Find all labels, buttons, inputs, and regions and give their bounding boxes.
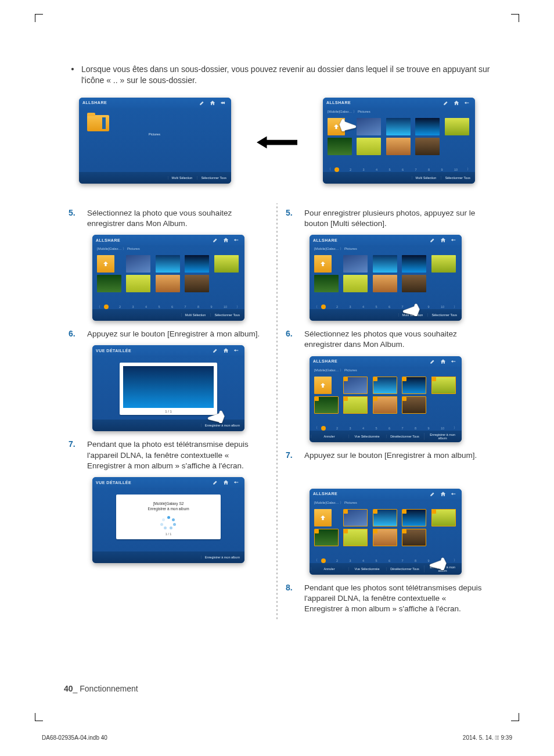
up-folder-button[interactable] bbox=[314, 377, 332, 394]
detail-photo[interactable] bbox=[123, 366, 214, 408]
thumbnail-selected[interactable] bbox=[431, 377, 456, 394]
home-icon[interactable] bbox=[438, 490, 448, 497]
save-album-button[interactable]: Enregistrer à mon album bbox=[424, 433, 461, 440]
step: 7. Pendant que la photo est télétransmis… bbox=[69, 439, 268, 471]
pager: 〈2345678910〉 bbox=[96, 304, 241, 309]
save-album-button[interactable]: Enregistrer à mon album bbox=[201, 424, 243, 427]
thumbnail[interactable] bbox=[214, 255, 239, 273]
thumbnail-selected[interactable] bbox=[343, 377, 368, 394]
select-all-button[interactable]: Sélectionner Tous bbox=[210, 313, 243, 317]
thumbnail-selected[interactable] bbox=[314, 396, 339, 414]
cancel-button[interactable]: Annuler bbox=[311, 435, 347, 438]
save-album-button[interactable]: Enregistrer à mon album bbox=[201, 556, 243, 559]
thumbnail[interactable] bbox=[97, 275, 121, 292]
select-all-button[interactable]: Sélectionner Tous bbox=[427, 313, 461, 317]
thumbnail[interactable] bbox=[431, 255, 456, 273]
slug-date: 2014. 5. 14.    9:39 bbox=[463, 734, 512, 741]
back-icon[interactable] bbox=[232, 237, 241, 243]
thumbnail[interactable] bbox=[415, 118, 440, 135]
thumbnail-selected[interactable] bbox=[373, 396, 397, 414]
thumbnail[interactable] bbox=[156, 255, 180, 273]
thumbnail[interactable] bbox=[386, 118, 411, 135]
breadcrumb: [Mobile]Galax… 〉 Pictures bbox=[92, 245, 244, 253]
pager-prev[interactable]: 〈 bbox=[326, 167, 332, 171]
home-icon[interactable] bbox=[221, 347, 231, 354]
thumbnail-selected[interactable] bbox=[431, 509, 456, 526]
thumbnail-selected[interactable] bbox=[373, 377, 397, 394]
thumbnail[interactable] bbox=[386, 138, 411, 155]
thumbnail-selected[interactable] bbox=[373, 529, 397, 546]
cancel-button[interactable]: Annuler bbox=[311, 567, 347, 571]
thumbnail[interactable] bbox=[402, 275, 426, 292]
folder-area: Pictures bbox=[79, 108, 231, 139]
thumbnail[interactable] bbox=[373, 255, 397, 273]
deselect-all-button[interactable]: Désélectionner Tous bbox=[386, 567, 423, 571]
thumbnail[interactable] bbox=[402, 255, 426, 273]
thumbnail-selected[interactable] bbox=[343, 509, 368, 526]
back-icon[interactable] bbox=[232, 479, 241, 486]
multi-selection-button[interactable]: Multi Sélection bbox=[168, 176, 196, 180]
home-icon[interactable] bbox=[208, 99, 217, 106]
footer-bar: Multi Sélection Sélectionner Tous bbox=[323, 172, 475, 184]
thumbnail[interactable] bbox=[445, 118, 469, 135]
back-icon[interactable] bbox=[449, 358, 458, 365]
step: 6. Appuyez sur le bouton [Enregistrer à … bbox=[69, 329, 268, 339]
thumbnail[interactable] bbox=[126, 275, 150, 292]
thumbnail[interactable] bbox=[415, 138, 440, 155]
hand-pointer-icon bbox=[429, 557, 447, 570]
thumbnail[interactable] bbox=[343, 255, 368, 273]
edit-icon[interactable] bbox=[441, 99, 451, 106]
view-selected-button[interactable]: Vue Sélectionnée bbox=[348, 567, 385, 571]
multi-selection-button[interactable]: Multi Sélection bbox=[181, 313, 210, 317]
edit-icon[interactable] bbox=[428, 358, 437, 365]
thumbnail[interactable] bbox=[185, 275, 209, 292]
home-icon[interactable] bbox=[221, 479, 231, 486]
thumbnail[interactable] bbox=[185, 255, 209, 273]
thumbnail-selected[interactable] bbox=[402, 509, 426, 526]
up-folder-button[interactable] bbox=[314, 509, 332, 526]
edit-icon[interactable] bbox=[428, 490, 437, 497]
up-folder-button[interactable] bbox=[314, 255, 332, 273]
crop-mark bbox=[35, 713, 43, 721]
thumbnail-selected[interactable] bbox=[402, 396, 426, 414]
back-icon[interactable] bbox=[449, 490, 458, 497]
back-icon[interactable] bbox=[449, 237, 458, 243]
back-icon[interactable] bbox=[232, 347, 241, 354]
back-icon[interactable] bbox=[218, 99, 228, 106]
deselect-all-button[interactable]: Désélectionner Tous bbox=[386, 435, 423, 438]
view-selected-button[interactable]: Vue Sélectionnée bbox=[348, 435, 385, 438]
thumbnail-selected[interactable] bbox=[402, 377, 426, 394]
loading-spinner-icon bbox=[161, 516, 175, 530]
step-number: 6. bbox=[286, 329, 304, 350]
thumbnail-selected[interactable] bbox=[373, 509, 397, 526]
up-folder-button[interactable] bbox=[97, 255, 114, 273]
thumbnail[interactable] bbox=[156, 275, 180, 292]
edit-icon[interactable] bbox=[197, 99, 207, 106]
thumbnail-selected[interactable] bbox=[314, 529, 339, 546]
select-all-button[interactable]: Sélectionner Tous bbox=[441, 176, 474, 180]
home-icon[interactable] bbox=[221, 237, 231, 243]
home-icon[interactable] bbox=[438, 358, 448, 365]
thumbnail[interactable] bbox=[357, 138, 381, 155]
thumbnail[interactable] bbox=[343, 275, 368, 292]
edit-icon[interactable] bbox=[211, 237, 220, 243]
thumbnail-selected[interactable] bbox=[402, 529, 426, 546]
edit-icon[interactable] bbox=[428, 237, 437, 243]
home-icon[interactable] bbox=[452, 99, 461, 106]
select-all-button[interactable]: Sélectionner Tous bbox=[197, 176, 230, 180]
pager-next[interactable]: 〉 bbox=[466, 167, 472, 171]
thumbnail[interactable] bbox=[328, 138, 352, 155]
thumbnail[interactable] bbox=[373, 275, 397, 292]
back-icon[interactable] bbox=[462, 99, 472, 106]
edit-icon[interactable] bbox=[211, 347, 220, 354]
folder-icon[interactable] bbox=[87, 115, 109, 131]
thumbnail-selected[interactable] bbox=[343, 529, 368, 546]
crop-mark bbox=[511, 14, 519, 22]
thumbnail[interactable] bbox=[126, 255, 150, 273]
thumbnail[interactable] bbox=[314, 275, 339, 292]
thumbnail-selected[interactable] bbox=[343, 396, 368, 414]
thumbnail[interactable] bbox=[357, 118, 381, 135]
edit-icon[interactable] bbox=[211, 479, 220, 486]
multi-selection-button[interactable]: Multi Sélection bbox=[412, 176, 440, 180]
home-icon[interactable] bbox=[438, 237, 448, 243]
